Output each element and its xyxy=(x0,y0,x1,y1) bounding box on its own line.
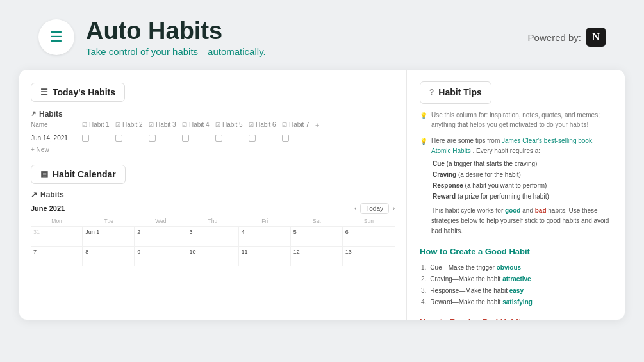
col-habit7: ☑ Habit 7 xyxy=(282,121,315,128)
table-row: Jun 14, 2021 xyxy=(31,133,395,144)
habit-tips-header: ? Habit Tips xyxy=(420,81,491,104)
arrow-icon: ↗ xyxy=(31,110,36,117)
habits-link2[interactable]: ↗ Habits xyxy=(31,190,395,199)
book-link2[interactable]: Atomic Habits xyxy=(431,147,471,154)
cal-next[interactable]: › xyxy=(393,205,395,211)
cal-day-fri: Fri xyxy=(239,218,291,224)
col-habit3: ☑ Habit 3 xyxy=(149,121,182,128)
cal-cell-10[interactable]: 10 xyxy=(186,247,238,266)
cal-cell-jun1[interactable]: Jun 1 xyxy=(83,227,135,246)
checkbox2[interactable] xyxy=(115,135,122,142)
cal-cell-6[interactable]: 6 xyxy=(343,227,395,246)
notion-logo: N xyxy=(586,28,606,47)
cal-today-btn[interactable]: Today xyxy=(360,203,389,214)
good-item-4: 4. Reward—Make the habit satisfying xyxy=(421,297,612,307)
cal-cell-13[interactable]: 13 xyxy=(343,247,395,266)
cell-check1[interactable] xyxy=(82,135,115,142)
check-icon7: ☑ xyxy=(282,122,287,128)
cell-check3[interactable] xyxy=(149,135,182,142)
col-habit4: ☑ Habit 4 xyxy=(182,121,215,128)
cal-day-sun: Sun xyxy=(343,218,395,224)
todays-habits-section: ☰ Today's Habits ↗ Habits Name ☑ Habit 1… xyxy=(31,83,395,153)
book-suffix: . Every habit requires a: xyxy=(472,147,540,154)
cal-week-1: 31 Jun 1 2 3 4 5 6 xyxy=(31,226,395,246)
check-icon6: ☑ xyxy=(249,122,254,128)
tip-note-icon: 💡 xyxy=(420,111,427,129)
checkbox6[interactable] xyxy=(249,135,256,142)
cal-cell-7[interactable]: 7 xyxy=(31,247,83,266)
accent-attractive: attractive xyxy=(502,276,531,283)
cal-day-wed: Wed xyxy=(135,218,186,224)
col-habit5: ☑ Habit 5 xyxy=(215,121,249,128)
bad-habit-title: How to Break a Bad Habit xyxy=(420,316,612,320)
habit-calendar-section: ▦ Habit Calendar ↗ Habits June 2021 ‹ To… xyxy=(31,165,395,266)
checkbox7[interactable] xyxy=(282,135,289,142)
text-bad: bad xyxy=(535,207,547,214)
cal-days-header: Mon Tue Wed Thu Fri Sat Sun xyxy=(31,218,395,224)
accent-satisfying: satisfying xyxy=(502,299,533,306)
good-habit-list: 1. Cue—Make the trigger obvious 2. Cravi… xyxy=(420,263,612,307)
powered-by-label: Powered by: xyxy=(528,32,581,43)
checkbox1[interactable] xyxy=(82,135,89,142)
habit-calendar-header: ▦ Habit Calendar xyxy=(31,165,126,184)
check-icon5: ☑ xyxy=(215,122,220,128)
todays-habits-header: ☰ Today's Habits xyxy=(31,83,125,102)
col-habit2: ☑ Habit 2 xyxy=(115,121,149,128)
logo-circle: ☰ xyxy=(38,19,74,55)
cell-check2[interactable] xyxy=(115,135,149,142)
cal-day-sat: Sat xyxy=(291,218,343,224)
header: ☰ Auto Habits Take control of your habit… xyxy=(0,0,644,70)
arrow-icon2: ↗ xyxy=(31,190,37,199)
cal-cell-11[interactable]: 11 xyxy=(239,247,291,266)
book-text-1: Here are some tips from xyxy=(431,137,500,144)
good-habit-title: How to Create a Good Habit xyxy=(420,245,612,258)
cal-cell-4[interactable]: 4 xyxy=(239,227,291,246)
cell-check7[interactable] xyxy=(282,135,315,142)
cal-cell-9[interactable]: 9 xyxy=(135,247,186,266)
cal-week-2: 7 8 9 10 11 12 13 xyxy=(31,246,395,266)
cal-cell-12[interactable]: 12 xyxy=(291,247,343,266)
checkbox4[interactable] xyxy=(182,135,189,142)
cal-prev[interactable]: ‹ xyxy=(354,205,356,211)
todays-habits-label: Today's Habits xyxy=(53,87,115,97)
col-habit6: ☑ Habit 6 xyxy=(249,121,282,128)
calendar-grid: Mon Tue Wed Thu Fri Sat Sun 31 Jun 1 2 3… xyxy=(31,218,395,266)
habit-reward: Reward (a prize for performing the habit… xyxy=(433,192,612,202)
cal-day-mon: Mon xyxy=(31,218,83,224)
cal-nav-controls: ‹ Today › xyxy=(354,203,395,214)
habit-craving: Craving (a desire for the habit) xyxy=(433,170,612,180)
tip-book-block: 💡 Here are some tips from James Clear's … xyxy=(420,136,612,236)
checkbox3[interactable] xyxy=(149,135,156,142)
cal-cell-2[interactable]: 2 xyxy=(135,227,186,246)
cell-check6[interactable] xyxy=(249,135,282,142)
add-col-btn[interactable]: + xyxy=(315,121,328,129)
good-item-3: 3. Response—Make the habit easy xyxy=(421,286,612,295)
cell-check5[interactable] xyxy=(215,135,249,142)
habits-link[interactable]: ↗ Habits xyxy=(31,110,395,119)
tip-book-text: Here are some tips from James Clear's be… xyxy=(431,136,612,236)
cal-cell-8[interactable]: 8 xyxy=(83,247,135,266)
cal-cell-5[interactable]: 5 xyxy=(291,227,343,246)
header-right: Powered by: N xyxy=(528,28,606,47)
table-header: Name ☑ Habit 1 ☑ Habit 2 ☑ Habit 3 ☑ Hab… xyxy=(31,121,395,131)
cal-cell-3[interactable]: 3 xyxy=(186,227,238,246)
habit-tips-label: Habit Tips xyxy=(438,86,481,99)
book-link[interactable]: James Clear's best-selling book, xyxy=(502,137,594,144)
add-new-row[interactable]: + New xyxy=(31,146,395,153)
check-icon2: ☑ xyxy=(115,122,120,128)
main-card: ☰ Today's Habits ↗ Habits Name ☑ Habit 1… xyxy=(19,70,625,320)
good-habit-section: How to Create a Good Habit 1. Cue—Make t… xyxy=(420,245,612,308)
checklist-icon: ☰ xyxy=(50,29,63,45)
checkbox5[interactable] xyxy=(215,135,222,142)
calendar-nav: June 2021 ‹ Today › xyxy=(31,203,395,214)
cal-month: June 2021 xyxy=(31,204,65,212)
cell-check4[interactable] xyxy=(182,135,215,142)
bad-habit-section: How to Break a Bad Habit 1. Cue—Make the… xyxy=(420,316,612,320)
right-panel: ? Habit Tips 💡 Use this column for: insp… xyxy=(407,70,625,320)
question-icon: ? xyxy=(429,86,434,98)
header-title-block: Auto Habits Take control of your habits—… xyxy=(86,18,266,57)
tip-note: 💡 Use this column for: inspiration, note… xyxy=(420,110,612,129)
cal-cell-31: 31 xyxy=(31,227,83,246)
good-item-2: 2. Craving—Make the habit attractive xyxy=(421,274,612,284)
good-item-1: 1. Cue—Make the trigger obvious xyxy=(421,263,612,272)
